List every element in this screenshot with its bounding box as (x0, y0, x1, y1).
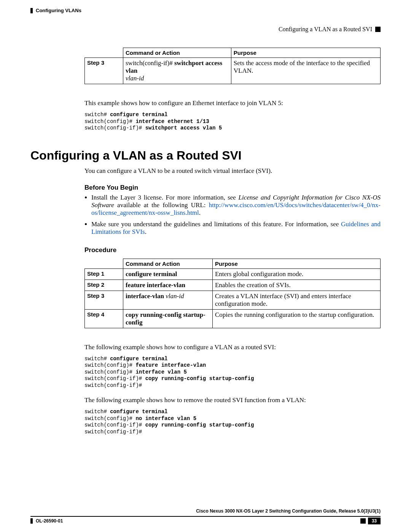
table1-step: Step 3 (85, 58, 123, 84)
table2-purpose2: Enables the creation of SVIs. (212, 280, 380, 291)
table2-step3: Step 3 (85, 291, 123, 309)
table1-th-purpose: Purpose (231, 48, 380, 58)
header-left-label: Configuring VLANs (36, 8, 81, 13)
table2-purpose4: Copies the running configuration to the … (212, 309, 380, 328)
table2-action1: configure terminal (123, 268, 213, 280)
table2-step2: Step 2 (85, 280, 123, 291)
code-block-2: switch# configure terminal switch(config… (84, 356, 381, 389)
procedure-heading: Procedure (84, 246, 381, 254)
bullet-2: Make sure you understand the guidelines … (91, 220, 381, 236)
table2-step1: Step 1 (85, 268, 123, 280)
footer-doc-id: OL-26590-01 (36, 518, 63, 524)
code-block-3: switch# configure terminal switch(config… (84, 409, 381, 435)
code-block-1: switch# configure terminal switch(config… (84, 112, 381, 132)
footer-guide-title: Cisco Nexus 3000 NX-OS Layer 2 Switching… (30, 508, 381, 514)
bullet-1: Install the Layer 3 license. For more in… (91, 194, 381, 217)
table2-th-purpose: Purpose (212, 259, 380, 268)
command-table-1: Command or Action Purpose Step 3 switch(… (84, 48, 381, 84)
header-right-label: Configuring a VLAN as a Routed SVI (279, 26, 372, 33)
table2-action2: feature interface-vlan (123, 280, 213, 291)
header-marker-icon (30, 8, 33, 13)
table2-th-action: Command or Action (123, 259, 213, 268)
table1-action: switch(config-if)# switchport access vla… (123, 58, 231, 84)
table1-purpose: Sets the access mode of the interface to… (231, 58, 380, 84)
before-bullets: Install the Layer 3 license. For more in… (91, 194, 381, 236)
section-title: Configuring a VLAN as a Routed SVI (30, 149, 381, 163)
table1-th-action: Command or Action (123, 48, 231, 58)
section-intro: You can configure a VLAN to be a routed … (84, 167, 381, 175)
table2-action3: interface-vlan vlan-id (123, 291, 213, 309)
example3-intro: The following example shows how to remov… (84, 396, 381, 404)
table2-step4: Step 4 (85, 309, 123, 328)
table2-purpose1: Enters global configuration mode. (212, 268, 380, 280)
command-table-2: Command or Action Purpose Step 1 configu… (84, 259, 381, 328)
table2-action4: copy running-config startup-config (123, 309, 213, 328)
example1-intro: This example shows how to configure an E… (84, 99, 381, 107)
footer-page-number: 33 (368, 518, 381, 524)
example2-intro: The following example shows how to confi… (84, 343, 381, 351)
footer-marker-icon (30, 518, 33, 524)
before-you-begin-heading: Before You Begin (84, 184, 381, 192)
header-square-icon (375, 27, 381, 32)
footer-square-icon (360, 518, 366, 524)
table2-purpose3: Creates a VLAN interface (SVI) and enter… (212, 291, 380, 309)
